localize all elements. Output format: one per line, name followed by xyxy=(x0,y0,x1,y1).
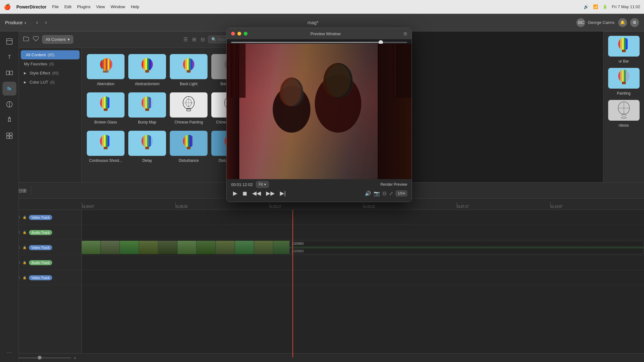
filter-all-content[interactable]: All Content (85) xyxy=(21,50,80,59)
timecode-5: 01;07;17 xyxy=(457,205,469,208)
timecode-1: 01;04;07 xyxy=(82,205,94,208)
svg-rect-10 xyxy=(10,133,12,135)
volume-icon[interactable]: 🔊 xyxy=(365,190,371,196)
sidebar-transitions[interactable] xyxy=(3,66,16,80)
svg-rect-122 xyxy=(620,70,622,82)
subtitles-icon[interactable]: ⊟ xyxy=(382,190,386,196)
menu-edit[interactable]: Edit xyxy=(64,4,71,9)
effect-disturbance[interactable]: Disturbance xyxy=(168,128,209,166)
large-grid-icon[interactable]: ⊟ xyxy=(199,35,206,44)
effect-thumb-abstractionism xyxy=(128,54,166,79)
effect-delay[interactable]: Delay xyxy=(126,128,168,166)
nav-back[interactable]: ‹ xyxy=(34,18,41,27)
svg-rect-96 xyxy=(183,135,185,147)
track-lock-icon[interactable]: 🔒 xyxy=(22,245,27,250)
ruler-tick xyxy=(82,202,82,205)
svg-rect-118 xyxy=(622,50,626,52)
system-time: Fri 7 May 11:02 xyxy=(612,4,640,9)
track-lock-icon[interactable]: 🔒 xyxy=(22,215,27,220)
track-lock-icon[interactable]: 🔒 xyxy=(22,230,27,235)
maximize-button[interactable] xyxy=(244,32,247,36)
sidebar-import[interactable] xyxy=(3,35,16,48)
timecode-4: 01;06;22 xyxy=(363,205,375,208)
svg-rect-11 xyxy=(7,136,9,139)
minimize-button[interactable] xyxy=(237,32,241,36)
menu-view[interactable]: View xyxy=(96,4,105,9)
menu-help[interactable]: Help xyxy=(131,4,139,9)
filter-style-effect[interactable]: ▶ Style Effect (85) xyxy=(19,69,81,78)
menu-window[interactable]: Window xyxy=(111,4,125,9)
menu-plugins[interactable]: Plugins xyxy=(77,4,91,9)
nav-forward[interactable]: › xyxy=(42,18,49,27)
svg-rect-63 xyxy=(145,96,147,109)
effect-bump-map[interactable]: Bump Map xyxy=(126,89,168,128)
clip-label-top: 2189860 xyxy=(290,241,644,246)
svg-rect-117 xyxy=(626,38,628,50)
svg-rect-36 xyxy=(185,58,187,71)
folder-icon[interactable] xyxy=(23,35,30,44)
play-button[interactable]: ▶ xyxy=(231,189,239,197)
svg-rect-38 xyxy=(189,58,191,71)
effect-right-2[interactable]: Painting xyxy=(605,67,642,97)
effect-chinese-painting-1[interactable]: Chinese Painting xyxy=(168,89,209,128)
stop-button[interactable]: ◼ xyxy=(241,189,249,197)
effect-aberration[interactable]: Aberration xyxy=(85,51,126,89)
svg-rect-62 xyxy=(143,96,145,109)
zoom-thumb[interactable] xyxy=(38,356,42,359)
sidebar-stickers[interactable] xyxy=(3,129,16,143)
settings-icon[interactable]: ⚙ xyxy=(630,18,639,27)
render-preview-button[interactable]: Render Preview xyxy=(380,182,407,187)
effect-right-3[interactable]: nboss xyxy=(605,99,642,129)
snapshot-icon[interactable]: 📷 xyxy=(374,190,380,196)
step-forward-button[interactable]: ▶▶ xyxy=(264,189,277,197)
effect-back-light[interactable]: Back Light xyxy=(168,51,209,89)
preview-quality-selector[interactable]: 1/9 ▾ xyxy=(396,190,407,196)
produce-label: Produce xyxy=(5,20,23,25)
sidebar-effects[interactable]: fx xyxy=(3,82,16,96)
right-edge-effects: ur Bar Painting xyxy=(603,31,644,182)
svg-rect-81 xyxy=(102,135,104,147)
next-frame-button[interactable]: ▶| xyxy=(278,189,288,197)
preview-scrubber[interactable] xyxy=(231,42,407,43)
effect-right-1[interactable]: ur Bar xyxy=(605,35,642,65)
svg-rect-30 xyxy=(145,70,149,73)
preview-fit-dropdown[interactable]: Fit ▾ xyxy=(256,181,269,188)
effect-broken-glass[interactable]: Broken Glass xyxy=(85,89,126,128)
produce-button[interactable]: Produce › xyxy=(5,20,26,25)
filter-my-favorites[interactable]: My Favorites (0) xyxy=(19,59,81,69)
sidebar-more[interactable]: ··· xyxy=(7,348,12,356)
svg-rect-65 xyxy=(149,96,151,109)
heart-icon[interactable] xyxy=(33,36,39,43)
ruler-tick xyxy=(457,202,457,205)
step-back-button[interactable]: ◀◀ xyxy=(250,189,263,197)
svg-rect-40 xyxy=(192,58,194,71)
preview-expand-icon[interactable]: ⊞ xyxy=(403,31,407,36)
close-button[interactable] xyxy=(231,32,235,36)
filter-color-lut[interactable]: ▶ Color LUT (0) xyxy=(19,78,81,87)
app-name[interactable]: PowerDirector xyxy=(16,4,47,9)
effect-abstractionism[interactable]: Abstractionism xyxy=(126,51,168,89)
svg-rect-3 xyxy=(6,71,9,75)
track-row-2v xyxy=(82,270,644,285)
svg-rect-101 xyxy=(191,135,192,147)
preview-titlebar: Preview Window ⊞ xyxy=(227,28,412,39)
menu-file[interactable]: File xyxy=(52,4,59,9)
svg-rect-9 xyxy=(7,133,9,135)
content-filter-dropdown[interactable]: All Content ▾ xyxy=(42,35,73,44)
apple-menu[interactable]: 🍎 xyxy=(4,3,11,10)
sidebar-text[interactable]: T xyxy=(3,50,16,64)
list-view-icon[interactable]: ☰ xyxy=(182,35,189,44)
grid-view-icon[interactable]: ⊞ xyxy=(191,35,197,44)
fullscreen-icon[interactable]: ⤢ xyxy=(389,190,393,196)
svg-rect-55 xyxy=(104,96,106,109)
zoom-in-button[interactable]: + xyxy=(74,355,76,360)
effect-continuous-shoot[interactable]: Continuous Shoot... xyxy=(85,128,126,166)
sidebar-audio[interactable] xyxy=(3,113,16,127)
effect-name-aberration: Aberration xyxy=(97,82,114,86)
track-lock-icon[interactable]: 🔒 xyxy=(22,275,27,280)
bell-icon[interactable]: 🔔 xyxy=(618,18,627,27)
sidebar-pip[interactable] xyxy=(3,97,16,111)
timeline-area: ⊞ ⊟⊞ 01;04;07 01;05;02 01;05;27 01;06;22 xyxy=(0,182,644,362)
track-lock-icon[interactable]: 🔒 xyxy=(22,260,27,265)
svg-rect-85 xyxy=(104,147,108,149)
